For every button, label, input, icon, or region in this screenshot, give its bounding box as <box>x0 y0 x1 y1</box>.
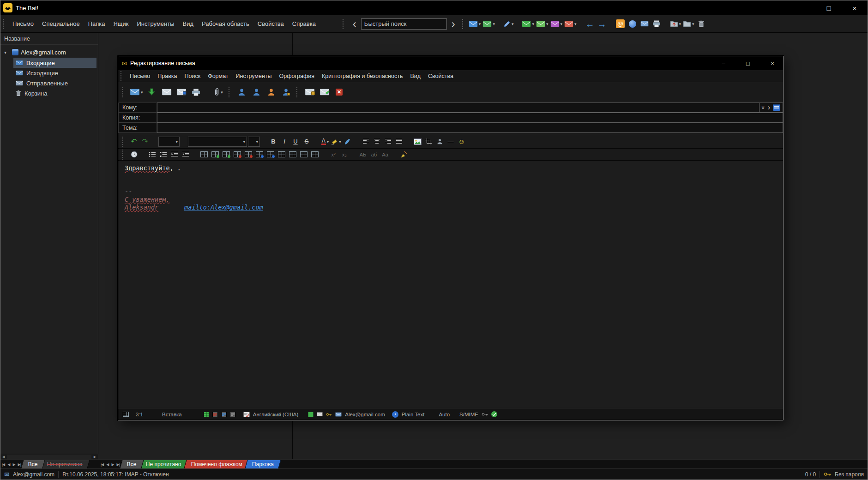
send-later-button[interactable] <box>145 84 159 101</box>
spell-language[interactable]: Английский (США) <box>253 412 299 417</box>
send-button[interactable]: ▾ <box>129 84 144 101</box>
compose-menu-letter[interactable]: Письмо <box>126 72 154 81</box>
security-key-icon[interactable] <box>482 412 488 416</box>
close-button[interactable]: × <box>842 0 868 15</box>
compose-menu-search[interactable]: Поиск <box>181 72 205 81</box>
folder-pane-hscrollbar[interactable]: ◀ ▶ <box>0 454 98 459</box>
font-color-button[interactable]: А▾ <box>320 136 330 147</box>
compose-minimize-button[interactable]: – <box>713 56 734 70</box>
redo-button[interactable]: ↷ <box>140 136 150 147</box>
toolbar-grip[interactable] <box>296 87 298 97</box>
address-book-bcc-button[interactable] <box>265 84 278 101</box>
search-grip[interactable] <box>343 19 344 29</box>
quick-search-input[interactable] <box>361 18 447 30</box>
account-row[interactable]: ▾ Alex@gmail.com <box>0 47 98 58</box>
tabs-next-button[interactable]: ▶ <box>11 461 16 468</box>
chevron-down-icon[interactable]: ▾ <box>532 22 534 26</box>
strikethrough-button[interactable]: S <box>301 136 312 147</box>
reply-button[interactable]: ▾ <box>482 17 496 31</box>
menu-workspace[interactable]: Рабочая область <box>198 18 253 29</box>
chevron-down-icon[interactable]: ▾ <box>493 22 495 26</box>
pen-button[interactable] <box>342 136 352 147</box>
subject-input[interactable] <box>157 123 783 133</box>
menu-tools[interactable]: Инструменты <box>133 18 179 29</box>
folder-pane-header[interactable]: Название <box>0 33 98 45</box>
address-book-button[interactable]: @ <box>615 17 627 31</box>
chevron-down-icon[interactable]: ▾ <box>546 22 549 26</box>
align-left-button[interactable] <box>361 136 371 147</box>
folder-inbox[interactable]: Входящие <box>13 58 96 68</box>
chevron-down-icon[interactable]: ▾ <box>141 90 143 95</box>
numbered-list-button[interactable] <box>158 149 169 160</box>
chevron-down-icon[interactable]: ▾ <box>221 90 223 95</box>
color-group-icon[interactable] <box>308 412 313 417</box>
next-recipient-button[interactable]: › <box>768 103 770 112</box>
menu-folder[interactable]: Папка <box>84 18 109 29</box>
save-draft-button[interactable] <box>160 84 174 101</box>
insert-contact-button[interactable] <box>434 136 445 147</box>
address-book-cc-button[interactable] <box>250 84 264 101</box>
address-book-keys-button[interactable] <box>279 84 293 101</box>
address-book-icon[interactable] <box>773 104 780 111</box>
align-center-button[interactable] <box>372 136 382 147</box>
sign-button[interactable]: ✔ <box>318 84 332 101</box>
table-cell-borders-button[interactable] <box>310 149 320 160</box>
tabs-first-button[interactable]: |◀ <box>99 461 105 468</box>
close-editor-button[interactable]: ✕ <box>332 84 346 101</box>
minimize-button[interactable]: – <box>790 0 816 15</box>
scroll-right-button[interactable]: ▶ <box>92 454 98 460</box>
view-mode-icon[interactable] <box>212 412 218 417</box>
scrollbar-track[interactable] <box>7 455 91 459</box>
folder-operations-button[interactable]: ▾ <box>682 17 695 31</box>
highlight-button[interactable]: ▾ <box>331 136 341 147</box>
italic-button[interactable]: I <box>279 136 289 147</box>
font-dropdown[interactable]: ▾ <box>188 137 247 147</box>
compose-menu-spelling[interactable]: Орфография <box>276 72 318 81</box>
charset[interactable]: Auto <box>439 412 450 417</box>
compose-menu-properties[interactable]: Свойства <box>424 72 457 81</box>
delete-column-button[interactable] <box>243 149 253 160</box>
move-to-folder-button[interactable]: ▾ <box>669 17 682 31</box>
print-button[interactable] <box>651 17 663 31</box>
encrypt-button[interactable] <box>303 84 317 101</box>
compose-menu-view[interactable]: Вид <box>406 72 424 81</box>
chevron-down-icon[interactable]: ▾ <box>479 22 481 26</box>
bullet-list-button[interactable] <box>147 149 157 160</box>
view-headers-button[interactable] <box>639 17 651 31</box>
address-book-to-button[interactable] <box>235 84 249 101</box>
view-mode-icon[interactable] <box>221 412 227 417</box>
superscript-button[interactable]: x² <box>328 149 338 160</box>
table-row-borders-button[interactable] <box>288 149 298 160</box>
undo-button[interactable]: ↶ <box>129 136 139 147</box>
schedule-icon[interactable] <box>392 411 398 418</box>
compose-maximize-button[interactable]: □ <box>737 56 759 70</box>
insert-mode[interactable]: Вставка <box>162 412 182 417</box>
horizontal-rule-button[interactable]: — <box>446 136 456 147</box>
edit-template-button[interactable]: ▾ <box>502 17 515 31</box>
folder-trash[interactable]: Корзина <box>13 88 96 98</box>
underline-button[interactable]: U <box>290 136 301 147</box>
search-prev-button[interactable]: ‹ <box>348 19 361 28</box>
tab-all-folders[interactable]: Все <box>21 460 45 468</box>
tab-unread-folders[interactable]: Не прочитано <box>40 460 90 468</box>
message-body-editor[interactable]: Здравствуйте, . -- С уважением, Aleksand… <box>118 161 783 408</box>
expand-recipients-button[interactable]: » <box>760 106 766 109</box>
tab-all-messages[interactable]: Все <box>120 460 144 468</box>
capitalize-button[interactable]: Аа <box>380 149 390 160</box>
search-messages-button[interactable] <box>627 17 639 31</box>
toolbar-grip[interactable] <box>122 87 124 97</box>
crop-button[interactable] <box>423 136 434 147</box>
to-input[interactable] <box>157 102 760 113</box>
spellcheck-icon[interactable] <box>243 412 250 417</box>
tabs-prev-button[interactable]: ◀ <box>105 461 110 468</box>
tabs-first-button[interactable]: |◀ <box>0 461 6 468</box>
split-cells-button[interactable] <box>265 149 276 160</box>
outdent-button[interactable] <box>169 149 180 160</box>
compose-close-button[interactable]: × <box>762 56 783 70</box>
toolbar-grip[interactable] <box>122 137 124 147</box>
timer-button[interactable] <box>129 149 139 160</box>
tab-flagged-messages[interactable]: Помечено флажком <box>184 460 249 468</box>
tabs-prev-button[interactable]: ◀ <box>6 461 11 468</box>
delete-button[interactable] <box>695 17 707 31</box>
chevron-down-icon[interactable]: ▾ <box>561 22 563 26</box>
